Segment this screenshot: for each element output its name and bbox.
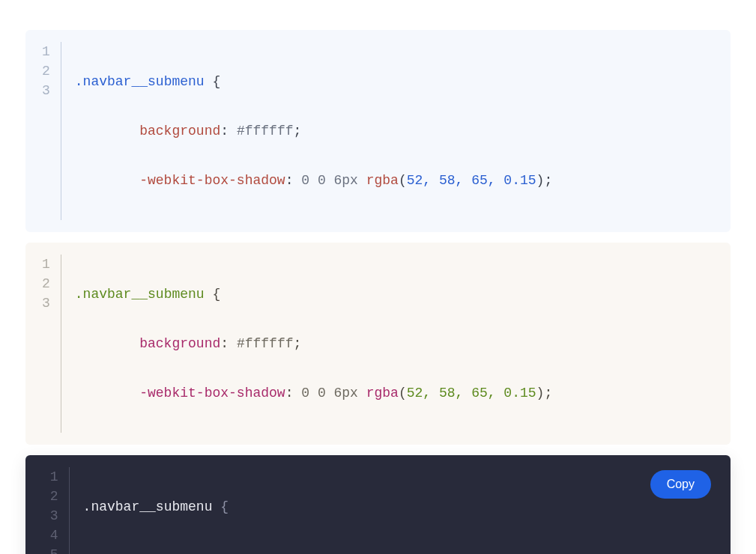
- code-lines: .navbar__submenu { background: #ffffff; …: [61, 255, 552, 433]
- css-value: #ffffff: [237, 124, 294, 138]
- code-block-light-2: 1 2 3 .navbar__submenu { background: #ff…: [25, 243, 731, 445]
- line-number: 1: [42, 42, 50, 61]
- code-line: .navbar__submenu {: [75, 72, 552, 91]
- css-property: background: [139, 336, 220, 351]
- code-line: background: #ffffff;: [75, 334, 552, 353]
- css-value: 0 0 6px: [301, 173, 366, 188]
- brace-open: {: [220, 499, 229, 514]
- css-args: 52, 58, 65, 0.15: [407, 173, 536, 188]
- line-number: 2: [42, 274, 50, 293]
- code-block-light-1: 1 2 3 .navbar__submenu { background: #ff…: [25, 30, 731, 232]
- code-line: -webkit-box-shadow: 0 0 6px rgba(52, 58,…: [75, 171, 552, 190]
- css-args: 52, 58, 65, 0.15: [407, 386, 536, 401]
- code-line: background: #ffffff;: [75, 121, 552, 141]
- line-number-gutter: 1 2 3 4 5 6 7 8 9 10 11 12 13: [42, 467, 70, 554]
- line-number: 3: [42, 506, 58, 526]
- css-function: rgba: [366, 173, 399, 188]
- code-lines: .navbar__submenu { background: #ffffff; …: [61, 42, 552, 220]
- css-selector: .navbar__submenu: [75, 287, 205, 302]
- line-number: 5: [42, 545, 58, 554]
- line-number-gutter: 1 2 3: [42, 255, 61, 433]
- css-property: background: [139, 124, 220, 138]
- css-selector: .navbar__submenu: [75, 74, 205, 89]
- code-line: .navbar__submenu {: [83, 497, 560, 517]
- brace-open: {: [212, 74, 220, 89]
- css-property: -webkit-box-shadow: [139, 386, 285, 401]
- brace-open: {: [212, 287, 220, 302]
- line-number: 1: [42, 255, 50, 274]
- css-property: -webkit-box-shadow: [139, 173, 285, 188]
- css-value: #ffffff: [237, 336, 294, 351]
- line-number: 3: [42, 293, 50, 313]
- css-value: 0 0 6px: [301, 386, 366, 401]
- css-selector: .navbar__submenu: [83, 499, 213, 514]
- code-block-dark: Copy 1 2 3 4 5 6 7 8 9 10 11 12 13 .navb…: [25, 455, 731, 554]
- line-number: 4: [42, 526, 58, 545]
- line-number: 1: [42, 467, 58, 487]
- line-number-gutter: 1 2 3: [42, 42, 61, 220]
- line-number: 2: [42, 61, 50, 81]
- line-number: 2: [42, 487, 58, 506]
- code-lines: .navbar__submenu { background: #ffffff; …: [70, 467, 560, 554]
- copy-button[interactable]: Copy: [650, 470, 711, 499]
- css-function: rgba: [366, 386, 399, 401]
- code-line: -webkit-box-shadow: 0 0 6px rgba(52, 58,…: [75, 383, 552, 403]
- line-number: 3: [42, 81, 50, 100]
- code-line: .navbar__submenu {: [75, 284, 552, 304]
